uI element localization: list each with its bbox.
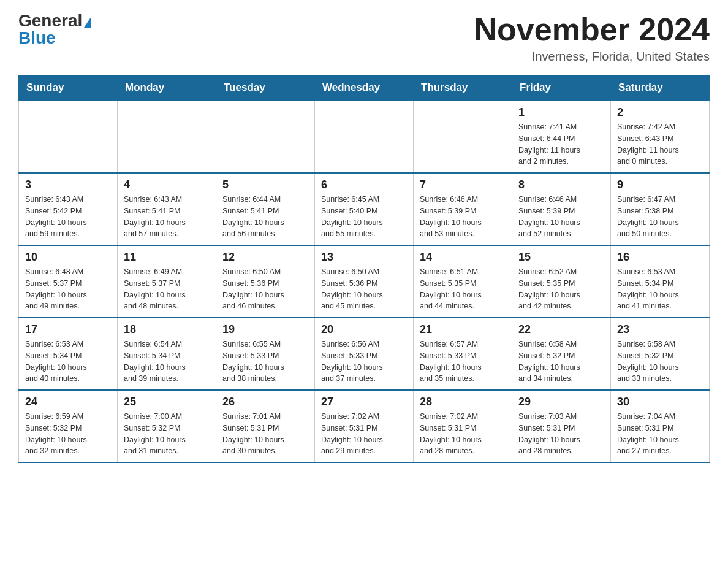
day-info: Sunrise: 7:01 AM Sunset: 5:31 PM Dayligh…	[222, 411, 308, 457]
day-number: 25	[124, 396, 210, 408]
calendar-cell: 25Sunrise: 7:00 AM Sunset: 5:32 PM Dayli…	[118, 390, 216, 462]
day-number: 2	[617, 106, 703, 119]
calendar-table: SundayMondayTuesdayWednesdayThursdayFrid…	[18, 75, 710, 463]
day-number: 29	[518, 396, 604, 408]
calendar-cell: 30Sunrise: 7:04 AM Sunset: 5:31 PM Dayli…	[611, 390, 710, 462]
page-header: General Blue November 2024 Inverness, Fl…	[18, 12, 710, 64]
calendar-cell: 29Sunrise: 7:03 AM Sunset: 5:31 PM Dayli…	[512, 390, 611, 462]
calendar-cell: 27Sunrise: 7:02 AM Sunset: 5:31 PM Dayli…	[315, 390, 414, 462]
logo-blue-text: Blue	[18, 29, 91, 47]
day-info: Sunrise: 6:52 AM Sunset: 5:35 PM Dayligh…	[518, 266, 604, 312]
day-info: Sunrise: 6:54 AM Sunset: 5:34 PM Dayligh…	[124, 339, 210, 385]
day-info: Sunrise: 7:04 AM Sunset: 5:31 PM Dayligh…	[617, 411, 703, 457]
calendar-cell: 15Sunrise: 6:52 AM Sunset: 5:35 PM Dayli…	[512, 245, 611, 318]
calendar-subtitle: Inverness, Florida, United States	[474, 50, 710, 64]
calendar-cell: 17Sunrise: 6:53 AM Sunset: 5:34 PM Dayli…	[19, 318, 118, 390]
calendar-cell: 14Sunrise: 6:51 AM Sunset: 5:35 PM Dayli…	[414, 245, 512, 318]
day-info: Sunrise: 6:43 AM Sunset: 5:41 PM Dayligh…	[124, 194, 210, 240]
day-number: 26	[222, 396, 308, 408]
day-info: Sunrise: 6:56 AM Sunset: 5:33 PM Dayligh…	[321, 339, 407, 385]
calendar-cell: 6Sunrise: 6:45 AM Sunset: 5:40 PM Daylig…	[315, 173, 414, 245]
day-info: Sunrise: 7:03 AM Sunset: 5:31 PM Dayligh…	[518, 411, 604, 457]
calendar-cell: 18Sunrise: 6:54 AM Sunset: 5:34 PM Dayli…	[118, 318, 216, 390]
calendar-cell: 13Sunrise: 6:50 AM Sunset: 5:36 PM Dayli…	[315, 245, 414, 318]
weekday-header-wednesday: Wednesday	[315, 75, 414, 101]
day-info: Sunrise: 6:43 AM Sunset: 5:42 PM Dayligh…	[25, 194, 111, 240]
day-number: 10	[25, 251, 111, 264]
day-number: 5	[222, 178, 308, 191]
calendar-cell	[315, 101, 414, 173]
calendar-cell: 23Sunrise: 6:58 AM Sunset: 5:32 PM Dayli…	[611, 318, 710, 390]
day-info: Sunrise: 6:48 AM Sunset: 5:37 PM Dayligh…	[25, 266, 111, 312]
calendar-cell: 5Sunrise: 6:44 AM Sunset: 5:41 PM Daylig…	[216, 173, 315, 245]
day-number: 8	[518, 178, 604, 191]
calendar-cell: 20Sunrise: 6:56 AM Sunset: 5:33 PM Dayli…	[315, 318, 414, 390]
calendar-cell: 2Sunrise: 7:42 AM Sunset: 6:43 PM Daylig…	[611, 101, 710, 173]
weekday-header-thursday: Thursday	[414, 75, 512, 101]
day-info: Sunrise: 6:47 AM Sunset: 5:38 PM Dayligh…	[617, 194, 703, 240]
day-info: Sunrise: 6:53 AM Sunset: 5:34 PM Dayligh…	[617, 266, 703, 312]
day-number: 13	[321, 251, 407, 264]
calendar-cell	[118, 101, 216, 173]
calendar-cell: 7Sunrise: 6:46 AM Sunset: 5:39 PM Daylig…	[414, 173, 512, 245]
logo-triangle-icon	[84, 17, 91, 28]
day-number: 19	[222, 323, 308, 336]
logo-general-text: General	[18, 12, 82, 29]
day-info: Sunrise: 7:42 AM Sunset: 6:43 PM Dayligh…	[617, 121, 703, 167]
weekday-header-monday: Monday	[118, 75, 216, 101]
day-info: Sunrise: 6:58 AM Sunset: 5:32 PM Dayligh…	[617, 339, 703, 385]
calendar-cell: 26Sunrise: 7:01 AM Sunset: 5:31 PM Dayli…	[216, 390, 315, 462]
title-block: November 2024 Inverness, Florida, United…	[474, 12, 710, 64]
day-info: Sunrise: 7:02 AM Sunset: 5:31 PM Dayligh…	[420, 411, 506, 457]
day-info: Sunrise: 6:50 AM Sunset: 5:36 PM Dayligh…	[321, 266, 407, 312]
calendar-cell: 3Sunrise: 6:43 AM Sunset: 5:42 PM Daylig…	[19, 173, 118, 245]
day-info: Sunrise: 6:57 AM Sunset: 5:33 PM Dayligh…	[420, 339, 506, 385]
day-number: 1	[518, 106, 604, 119]
calendar-cell: 4Sunrise: 6:43 AM Sunset: 5:41 PM Daylig…	[118, 173, 216, 245]
day-info: Sunrise: 7:41 AM Sunset: 6:44 PM Dayligh…	[518, 121, 604, 167]
calendar-header-row: SundayMondayTuesdayWednesdayThursdayFrid…	[19, 75, 710, 101]
calendar-cell: 8Sunrise: 6:46 AM Sunset: 5:39 PM Daylig…	[512, 173, 611, 245]
day-info: Sunrise: 6:51 AM Sunset: 5:35 PM Dayligh…	[420, 266, 506, 312]
calendar-cell: 24Sunrise: 6:59 AM Sunset: 5:32 PM Dayli…	[19, 390, 118, 462]
day-number: 3	[25, 178, 111, 191]
weekday-header-tuesday: Tuesday	[216, 75, 315, 101]
day-number: 18	[124, 323, 210, 336]
calendar-cell: 28Sunrise: 7:02 AM Sunset: 5:31 PM Dayli…	[414, 390, 512, 462]
day-info: Sunrise: 6:59 AM Sunset: 5:32 PM Dayligh…	[25, 411, 111, 457]
weekday-header-sunday: Sunday	[19, 75, 118, 101]
calendar-cell: 11Sunrise: 6:49 AM Sunset: 5:37 PM Dayli…	[118, 245, 216, 318]
day-number: 30	[617, 396, 703, 408]
day-info: Sunrise: 6:46 AM Sunset: 5:39 PM Dayligh…	[518, 194, 604, 240]
calendar-cell	[19, 101, 118, 173]
day-info: Sunrise: 7:02 AM Sunset: 5:31 PM Dayligh…	[321, 411, 407, 457]
day-info: Sunrise: 6:46 AM Sunset: 5:39 PM Dayligh…	[420, 194, 506, 240]
calendar-week-row: 1Sunrise: 7:41 AM Sunset: 6:44 PM Daylig…	[19, 101, 710, 173]
calendar-cell: 1Sunrise: 7:41 AM Sunset: 6:44 PM Daylig…	[512, 101, 611, 173]
logo: General Blue	[18, 12, 91, 47]
day-number: 24	[25, 396, 111, 408]
day-number: 4	[124, 178, 210, 191]
day-info: Sunrise: 6:44 AM Sunset: 5:41 PM Dayligh…	[222, 194, 308, 240]
day-number: 7	[420, 178, 506, 191]
day-number: 27	[321, 396, 407, 408]
calendar-cell: 21Sunrise: 6:57 AM Sunset: 5:33 PM Dayli…	[414, 318, 512, 390]
day-number: 11	[124, 251, 210, 264]
calendar-cell: 16Sunrise: 6:53 AM Sunset: 5:34 PM Dayli…	[611, 245, 710, 318]
calendar-cell	[414, 101, 512, 173]
day-number: 6	[321, 178, 407, 191]
day-number: 15	[518, 251, 604, 264]
day-number: 14	[420, 251, 506, 264]
calendar-cell: 12Sunrise: 6:50 AM Sunset: 5:36 PM Dayli…	[216, 245, 315, 318]
day-number: 22	[518, 323, 604, 336]
day-number: 12	[222, 251, 308, 264]
calendar-title: November 2024	[474, 12, 710, 47]
day-info: Sunrise: 6:58 AM Sunset: 5:32 PM Dayligh…	[518, 339, 604, 385]
calendar-cell: 19Sunrise: 6:55 AM Sunset: 5:33 PM Dayli…	[216, 318, 315, 390]
weekday-header-friday: Friday	[512, 75, 611, 101]
day-number: 21	[420, 323, 506, 336]
day-number: 16	[617, 251, 703, 264]
weekday-header-saturday: Saturday	[611, 75, 710, 101]
day-number: 9	[617, 178, 703, 191]
day-number: 20	[321, 323, 407, 336]
